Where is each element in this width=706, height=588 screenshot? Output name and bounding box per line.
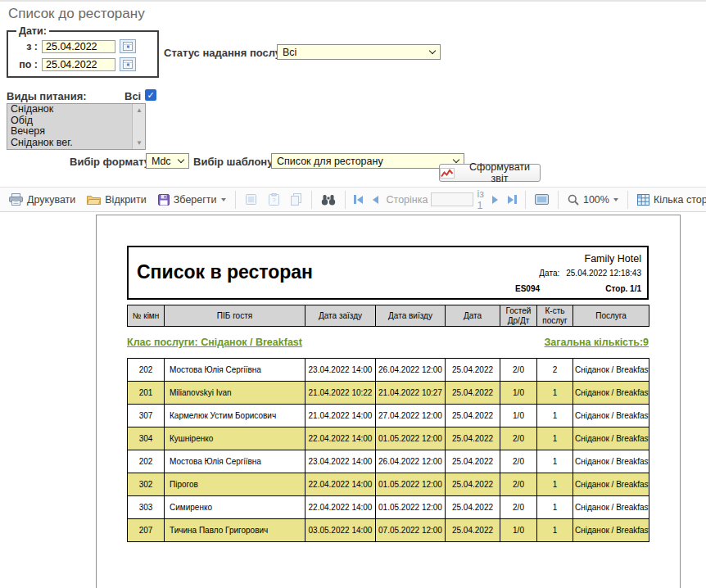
previous-page-button[interactable] [368,196,383,204]
cell-service: Сніданок / Breakfast [573,519,649,542]
cell-checkout: 01.05.2022 12:00 [376,473,446,496]
print-label: Друкувати [27,194,75,206]
cell-checkin: 23.04.2022 14:00 [305,450,376,473]
listbox-scrollbar: ▲ ▼ [132,104,145,149]
format-select[interactable]: Mdc [146,153,189,169]
table-row: 303 Симиренко 22.04.2022 14:00 01.05.202… [128,496,649,519]
chevron-down-icon [613,198,618,204]
cell-service: Сніданок / Breakfast [573,382,649,405]
date-from-input[interactable] [42,40,115,53]
restaurant-list-page: Список до ресторану Дати: з : по : Стату… [0,0,706,588]
first-page-button[interactable] [349,195,368,204]
column-header: Дата заїзду [305,305,376,327]
separator [558,191,559,209]
next-page-icon [492,196,498,204]
page-setup-icon [245,193,257,206]
zoom-button[interactable]: 100% [562,189,624,210]
cell-service: Сніданок / Breakfast [573,359,649,382]
cell-guest: Мостова Юлія Сергіївна [165,359,305,382]
date-to-input[interactable] [42,58,115,71]
meal-type-option: Сніданок вег. [7,138,131,149]
scroll-down-icon: ▼ [133,139,146,147]
cell-guests: 1/0 [500,519,537,542]
separator [525,191,526,209]
separator [627,191,628,209]
separator [235,191,236,209]
template-select[interactable]: Список для ресторану [271,153,464,169]
page-setup-button [239,189,263,210]
find-button[interactable] [315,189,342,210]
first-page-icon [357,196,363,204]
print-button[interactable]: Друкувати [3,189,81,210]
cell-room: 202 [128,359,165,382]
cell-date: 25.04.2022 [446,496,500,519]
pages-total-label: із 1 [473,188,487,211]
separator [311,191,312,209]
cell-service: Сніданок / Breakfast [573,473,649,496]
table-row: 202 Мостова Юлія Сергіївна 23.04.2022 14… [128,359,649,382]
page-number-input [431,192,473,206]
report-code: ES094 [515,284,540,293]
scroll-up-icon: ▲ [133,106,146,114]
report-generated-at: 25.04.2022 12:18:43 [566,269,641,278]
template-label: Вибір шаблону [193,156,273,168]
date-to-label: по : [13,59,38,70]
report-title: Список в ресторан [137,261,313,283]
date-to-calendar-button[interactable] [120,57,136,71]
report-data-table: 202 Мостова Юлія Сергіївна 23.04.2022 14… [127,358,649,542]
cell-checkout: 26.04.2022 12:00 [376,450,446,473]
open-button[interactable]: Відкрити [81,189,152,210]
meal-type-option: Обід [7,115,131,127]
column-header: № кімн [128,305,165,327]
status-select[interactable]: Всі [277,44,441,60]
svg-text:?: ? [272,197,276,204]
cell-checkin: 22.04.2022 14:00 [305,496,376,519]
next-page-button[interactable] [487,196,503,204]
cell-room: 302 [128,473,165,496]
hotel-name: Family Hotel [515,253,641,265]
cell-room: 303 [128,496,165,519]
grid-pages-icon [637,194,649,206]
meal-type-option: Вечеря [7,126,131,138]
meal-all-checkbox[interactable]: ✓ [145,89,156,101]
cell-checkin: 22.04.2022 14:00 [305,473,376,496]
cell-service: Сніданок / Breakfast [573,427,649,450]
report-column-header: № кімн ПІБ гостя Дата заїзду Дата виїзду… [127,305,649,327]
multipage-button[interactable]: Кілька сторінок [631,189,706,210]
format-label: Вибір формату [70,156,150,168]
cell-guests: 2/0 [500,359,537,382]
column-header: ПІБ гостя [165,305,305,327]
table-row: 304 Кушніренко 22.04.2022 14:00 01.05.20… [128,427,649,450]
binoculars-icon [321,194,336,206]
cell-checkin: 21.04.2022 14:00 [305,405,376,427]
chevron-down-icon [429,47,436,54]
dates-legend: Дати: [16,25,49,37]
table-row: 307 Кармелюк Устим Борисович 21.04.2022 … [128,405,649,427]
table-row: 207 Тичина Павло Григорович 03.05.2022 1… [128,519,649,542]
fullscreen-button[interactable] [529,189,554,210]
cell-count: 1 [537,496,573,519]
last-page-button[interactable] [503,195,522,204]
date-from-label: з : [13,41,38,52]
clipboard-question-icon: ? [269,193,279,206]
cell-checkin: 23.04.2022 14:00 [305,359,376,382]
format-select-value: Mdc [152,156,171,167]
report-preview-area: Список в ресторан Family Hotel Дата: 25.… [0,212,706,588]
cell-guests: 2/0 [500,450,537,473]
cell-guest: Мостова Юлія Сергіївна [165,450,305,473]
cell-service: Сніданок / Breakfast [573,405,649,427]
report-page: Список в ресторан Family Hotel Дата: 25.… [96,215,681,588]
dates-fieldset: Дати: з : по : [7,25,159,78]
cell-date: 25.04.2022 [446,519,500,542]
calendar-icon [123,60,133,69]
cell-room: 304 [128,427,165,450]
date-from-calendar-button[interactable] [120,39,136,53]
report-properties-button: ? [263,189,285,210]
cell-guest: Кушніренко [165,427,305,450]
save-button[interactable]: Зберегти [152,189,232,210]
cell-date: 25.04.2022 [446,427,500,450]
header-row: № кімн ПІБ гостя Дата заїзду Дата виїзду… [128,305,649,327]
first-page-icon [354,195,356,204]
generate-report-button[interactable]: Сформувати звіт [439,164,541,182]
cell-count: 1 [537,519,573,542]
